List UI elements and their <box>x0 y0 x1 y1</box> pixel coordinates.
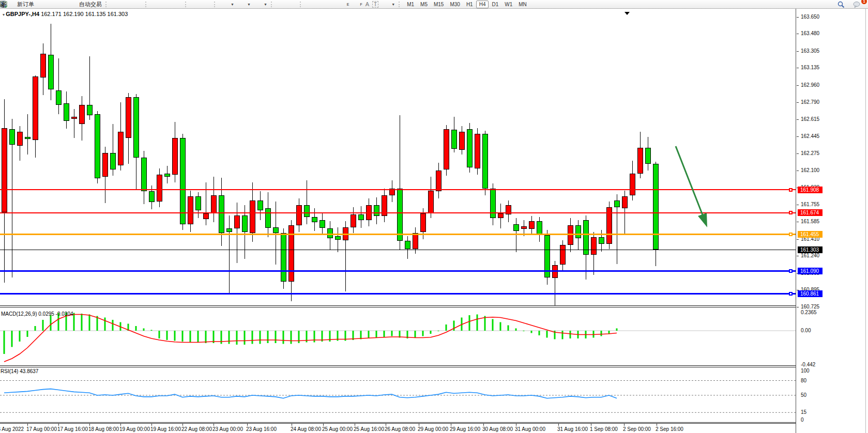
pane-separator[interactable] <box>0 422 796 424</box>
horizontal-line-tool-button[interactable] <box>316 0 327 8</box>
periods-button[interactable]: ▼ <box>236 0 252 8</box>
price-tick <box>797 102 799 103</box>
horizontal-line-161.908[interactable] <box>0 189 796 190</box>
toolbar-grip[interactable] <box>105 2 108 7</box>
horizontal-line-160.861[interactable] <box>0 293 796 295</box>
auto-scroll-button[interactable] <box>190 0 201 8</box>
candle-up <box>188 196 193 224</box>
line-handle[interactable] <box>789 233 793 236</box>
time-tick <box>355 424 355 426</box>
chart-plot-area[interactable]: ▾ GBPJPY-,H4 162.171 162.190 161.135 161… <box>0 9 796 433</box>
pane-separator[interactable] <box>0 365 796 367</box>
candle-down <box>335 236 341 240</box>
text-tool-icon: A <box>366 1 369 7</box>
toolbar-grip[interactable] <box>271 2 273 7</box>
horizontal-line-161.090[interactable] <box>0 270 796 272</box>
channel-tool-button[interactable]: E <box>338 0 351 8</box>
text-label-tool-button[interactable]: T <box>371 0 380 8</box>
toolbar: 新订单 自动交易 <box>0 0 868 9</box>
candle-up <box>428 191 434 213</box>
candle-down <box>48 55 54 89</box>
candle-down <box>56 90 62 105</box>
chart-type-group <box>110 0 144 8</box>
auto-trading-button[interactable]: 自动交易 <box>68 0 103 8</box>
line-handle[interactable] <box>789 292 793 296</box>
auto-scroll-icon <box>192 1 200 8</box>
price-tick <box>797 239 799 240</box>
rsi-scale-label: 0 <box>801 417 804 423</box>
line-handle[interactable] <box>789 211 793 214</box>
timeframe-m15-button[interactable]: M15 <box>431 1 447 8</box>
toolbar-grip[interactable] <box>185 2 188 7</box>
candlestick-chart-button[interactable] <box>121 0 132 8</box>
price-pane[interactable]: ▾ GBPJPY-,H4 162.171 162.190 161.135 161… <box>0 9 796 305</box>
timeframe-h1-button[interactable]: H1 <box>463 1 476 8</box>
price-tick-label: 163.135 <box>801 65 819 70</box>
macd-histogram-bar <box>143 329 145 331</box>
candle-up <box>172 138 178 175</box>
candle-down <box>242 215 248 233</box>
macd-scale-label: -0.442 <box>801 362 815 367</box>
toolbar-grip[interactable] <box>300 2 302 7</box>
timeframe-mn-button[interactable]: MN <box>515 1 530 8</box>
toolbar-grip[interactable] <box>214 2 217 7</box>
timeframe-w1-button[interactable]: W1 <box>501 1 515 8</box>
templates-caret: ▼ <box>264 3 267 6</box>
candle-wick <box>237 203 237 263</box>
vertical-line-tool-button[interactable] <box>305 0 316 8</box>
horizontal-line-161.455[interactable] <box>0 234 796 235</box>
timeframe-m5-button[interactable]: M5 <box>417 1 431 8</box>
fibonacci-tool-button[interactable]: F <box>351 0 363 8</box>
toolbar-grip[interactable] <box>399 2 401 7</box>
candle-up <box>459 132 465 150</box>
price-tick <box>797 222 799 222</box>
price-axis[interactable]: 161.908161.674161.455161.303161.090160.8… <box>797 9 868 433</box>
chart-shift-button[interactable] <box>201 0 212 8</box>
time-axis[interactable]: 16 Aug 202217 Aug 00:0017 Aug 16:0018 Au… <box>0 424 796 433</box>
notifications-button[interactable]: 1 <box>853 1 864 9</box>
trend-arrow-head-icon <box>698 213 707 227</box>
horizontal-line-161.674[interactable] <box>0 212 796 213</box>
zoom-in-button[interactable] <box>150 0 161 8</box>
candle-down <box>482 134 488 189</box>
history-center-button[interactable] <box>36 0 47 8</box>
candle-down <box>164 174 170 177</box>
candle-down <box>110 153 116 170</box>
timeframe-m30-button[interactable]: M30 <box>447 1 463 8</box>
cursor-button[interactable] <box>276 0 287 8</box>
toolbar-grip[interactable] <box>145 2 148 7</box>
price-level-badge-161.908: 161.908 <box>798 187 823 193</box>
line-handle[interactable] <box>789 188 793 192</box>
line-handle[interactable] <box>789 269 793 273</box>
signals-button[interactable] <box>57 0 68 8</box>
search-button[interactable] <box>837 1 848 9</box>
timeframe-m1-button[interactable]: M1 <box>404 1 417 8</box>
zoom-out-button[interactable] <box>161 0 172 8</box>
text-tool-button[interactable]: A <box>364 0 371 8</box>
horizontal-line-161.303[interactable] <box>0 250 796 250</box>
profile-button[interactable] <box>47 0 57 8</box>
candle-up <box>591 237 597 255</box>
timeframe-d1-button[interactable]: D1 <box>489 1 501 8</box>
profile-icon <box>48 1 56 8</box>
trendline-tool-button[interactable] <box>327 0 338 8</box>
indicators-button[interactable]: ▼ <box>219 0 236 8</box>
macd-histogram-bar <box>112 320 114 331</box>
macd-pane[interactable] <box>0 307 796 365</box>
price-tick <box>797 205 799 205</box>
time-tick-label: 1 Sep 08:00 <box>590 426 618 432</box>
templates-button[interactable]: ▼ <box>252 0 269 8</box>
new-order-button[interactable]: 新订单 <box>6 0 36 8</box>
price-tick-label: 162.275 <box>801 150 819 156</box>
rsi-pane[interactable] <box>0 367 796 422</box>
macd-histogram-bar <box>438 331 439 331</box>
time-tick-label: 31 Aug 00:00 <box>515 426 545 432</box>
pane-separator[interactable] <box>0 305 796 307</box>
crosshair-button[interactable] <box>287 0 298 8</box>
arrows-tool-button[interactable]: ▼ <box>380 0 397 8</box>
tile-windows-button[interactable] <box>172 0 183 8</box>
bar-chart-button[interactable] <box>111 0 121 8</box>
rsi-scale-label: 15 <box>801 409 806 415</box>
line-chart-button[interactable] <box>132 0 143 8</box>
timeframe-h4-button[interactable]: H4 <box>476 1 489 8</box>
